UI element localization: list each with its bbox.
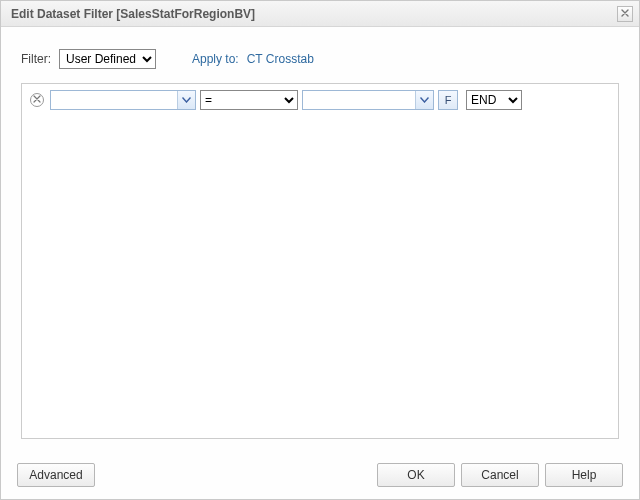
formula-button[interactable]: F	[438, 90, 458, 110]
apply-target-link[interactable]: CT Crosstab	[247, 52, 314, 66]
conditions-panel: = F END	[21, 83, 619, 439]
operator-select[interactable]: =	[200, 90, 298, 110]
footer-left: Advanced	[17, 463, 95, 487]
condition-row: = F END	[30, 90, 610, 110]
ok-button-label: OK	[407, 468, 424, 482]
dialog-title: Edit Dataset Filter [SalesStatForRegionB…	[11, 7, 255, 21]
remove-icon	[33, 95, 41, 105]
content-area: Filter: User Defined Apply to: CT Crosst…	[1, 27, 639, 451]
filter-topbar: Filter: User Defined Apply to: CT Crosst…	[21, 49, 619, 69]
filter-type-select[interactable]: User Defined	[59, 49, 156, 69]
advanced-button[interactable]: Advanced	[17, 463, 95, 487]
field-dropdown[interactable]	[50, 90, 196, 110]
cancel-button-label: Cancel	[481, 468, 518, 482]
help-button[interactable]: Help	[545, 463, 623, 487]
advanced-button-label: Advanced	[29, 468, 82, 482]
chevron-down-icon	[415, 91, 433, 109]
filter-label: Filter:	[21, 52, 51, 66]
dialog: Edit Dataset Filter [SalesStatForRegionB…	[0, 0, 640, 500]
close-button[interactable]	[617, 6, 633, 22]
close-icon	[621, 8, 629, 19]
value-dropdown[interactable]	[302, 90, 434, 110]
dialog-footer: Advanced OK Cancel Help	[1, 451, 639, 499]
cancel-button[interactable]: Cancel	[461, 463, 539, 487]
formula-button-label: F	[445, 94, 452, 106]
footer-right: OK Cancel Help	[371, 463, 623, 487]
help-button-label: Help	[572, 468, 597, 482]
ok-button[interactable]: OK	[377, 463, 455, 487]
logic-select[interactable]: END	[466, 90, 522, 110]
apply-to-label: Apply to:	[192, 52, 239, 66]
remove-condition-button[interactable]	[30, 93, 44, 107]
chevron-down-icon	[177, 91, 195, 109]
titlebar: Edit Dataset Filter [SalesStatForRegionB…	[1, 1, 639, 27]
